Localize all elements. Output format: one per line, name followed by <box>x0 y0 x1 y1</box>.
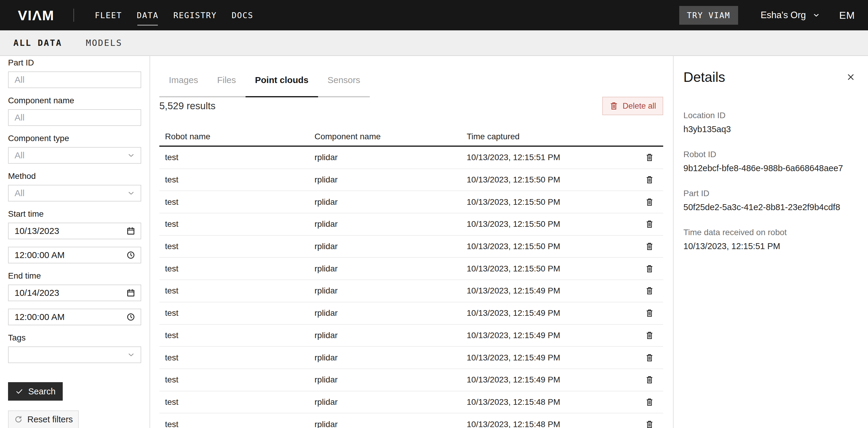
component-name-input[interactable]: All <box>8 109 141 126</box>
end-date-input[interactable]: 10/14/2023 <box>8 285 141 301</box>
delete-row-button[interactable] <box>645 353 654 363</box>
start-date-input[interactable]: 10/13/2023 <box>8 223 141 239</box>
table-row[interactable]: test rplidar 10/13/2023, 12:15:51 PM <box>159 147 663 169</box>
delete-row-button[interactable] <box>645 308 654 318</box>
close-details-button[interactable] <box>845 72 856 82</box>
trash-icon <box>645 242 654 251</box>
table-row[interactable]: test rplidar 10/13/2023, 12:15:49 PM <box>159 280 663 303</box>
method-select[interactable]: All <box>8 185 141 201</box>
filters-sidebar: Part ID All Component name All Component… <box>0 56 150 428</box>
filter-label-start-time: Start time <box>8 209 141 219</box>
trash-icon <box>645 308 654 318</box>
delete-row-button[interactable] <box>645 331 654 340</box>
trash-icon <box>645 219 654 229</box>
cell-component-name: rplidar <box>314 375 467 384</box>
tab-models[interactable]: MODELS <box>86 38 122 48</box>
table-row[interactable]: test rplidar 10/13/2023, 12:15:48 PM <box>159 391 663 414</box>
filter-label-component-name: Component name <box>8 96 141 105</box>
delete-row-button[interactable] <box>645 197 654 207</box>
cell-time-captured: 10/13/2023, 12:15:51 PM <box>467 153 645 162</box>
chevron-down-icon <box>127 189 135 197</box>
cell-component-name: rplidar <box>314 353 467 363</box>
cell-time-captured: 10/13/2023, 12:15:49 PM <box>467 308 645 318</box>
column-component-name: Component name <box>314 132 467 141</box>
delete-row-button[interactable] <box>645 219 654 229</box>
cell-component-name: rplidar <box>314 219 467 229</box>
data-view: Images Files Point clouds Sensors 5,529 … <box>150 56 673 428</box>
cell-component-name: rplidar <box>314 153 467 162</box>
viam-logo[interactable]: VIΛM <box>18 7 54 24</box>
cell-time-captured: 10/13/2023, 12:15:49 PM <box>467 331 645 340</box>
table-row[interactable]: test rplidar 10/13/2023, 12:15:49 PM <box>159 347 663 369</box>
calendar-icon[interactable] <box>126 288 135 297</box>
refresh-icon <box>14 415 23 424</box>
cell-time-captured: 10/13/2023, 12:15:49 PM <box>467 286 645 295</box>
org-switcher[interactable]: Esha's Org <box>761 10 820 21</box>
trash-icon <box>645 353 654 363</box>
trash-icon <box>645 153 654 162</box>
nav-item-data[interactable]: DATA <box>137 11 158 20</box>
delete-row-button[interactable] <box>645 264 654 274</box>
trash-icon <box>645 420 654 428</box>
trash-icon <box>645 375 654 384</box>
cell-component-name: rplidar <box>314 264 467 274</box>
details-header: Details <box>683 69 856 85</box>
end-time-input[interactable]: 12:00:00 AM <box>8 309 141 325</box>
search-button[interactable]: Search <box>8 382 63 401</box>
cell-component-name: rplidar <box>314 308 467 318</box>
trash-icon <box>645 331 654 340</box>
try-viam-button[interactable]: TRY VIAM <box>679 6 738 25</box>
delete-row-button[interactable] <box>645 286 654 295</box>
data-table: Robot name Component name Time captured … <box>159 115 663 428</box>
nav-item-fleet[interactable]: FLEET <box>95 11 122 20</box>
delete-row-button[interactable] <box>645 153 654 162</box>
user-avatar[interactable]: EM <box>839 9 855 21</box>
clock-icon[interactable] <box>126 313 135 321</box>
filter-label-end-time: End time <box>8 271 141 281</box>
close-icon <box>846 72 856 82</box>
filter-end-time: End time 10/14/2023 12:00:00 AM <box>8 271 141 325</box>
details-part-id: Part ID 50f25de2-5a3c-41e2-8b81-23e2f9b4… <box>683 189 856 212</box>
cell-time-captured: 10/13/2023, 12:15:50 PM <box>467 219 645 229</box>
delete-row-button[interactable] <box>645 375 654 384</box>
table-body: test rplidar 10/13/2023, 12:15:51 PM tes… <box>159 147 663 428</box>
tags-select[interactable] <box>8 346 141 363</box>
delete-row-button[interactable] <box>645 242 654 251</box>
table-row[interactable]: test rplidar 10/13/2023, 12:15:48 PM <box>159 413 663 428</box>
filter-label-component-type: Component type <box>8 134 141 143</box>
top-nav: VIΛM FLEET DATA REGISTRY DOCS TRY VIAM E… <box>0 0 868 30</box>
cell-robot-name: test <box>165 331 314 340</box>
cell-time-captured: 10/13/2023, 12:15:50 PM <box>467 197 645 207</box>
table-row[interactable]: test rplidar 10/13/2023, 12:15:49 PM <box>159 325 663 347</box>
cell-time-captured: 10/13/2023, 12:15:48 PM <box>467 397 645 407</box>
part-id-input[interactable]: All <box>8 72 141 88</box>
sub-nav: ALL DATA MODELS <box>0 30 868 56</box>
start-time-input[interactable]: 12:00:00 AM <box>8 247 141 263</box>
cell-robot-name: test <box>165 308 314 318</box>
table-row[interactable]: test rplidar 10/13/2023, 12:15:50 PM <box>159 213 663 236</box>
table-row[interactable]: test rplidar 10/13/2023, 12:15:49 PM <box>159 369 663 391</box>
tab-all-data[interactable]: ALL DATA <box>13 38 62 48</box>
delete-row-button[interactable] <box>645 397 654 407</box>
delete-all-button[interactable]: Delete all <box>602 97 663 115</box>
delete-row-button[interactable] <box>645 420 654 428</box>
column-robot-name: Robot name <box>165 132 314 141</box>
table-row[interactable]: test rplidar 10/13/2023, 12:15:50 PM <box>159 191 663 213</box>
tab-point-clouds[interactable]: Point clouds <box>246 64 318 97</box>
calendar-icon[interactable] <box>126 227 135 235</box>
cell-robot-name: test <box>165 397 314 407</box>
nav-item-docs[interactable]: DOCS <box>231 11 253 20</box>
tab-images[interactable]: Images <box>159 64 208 97</box>
reset-filters-button[interactable]: Reset filters <box>8 410 79 428</box>
table-row[interactable]: test rplidar 10/13/2023, 12:15:50 PM <box>159 258 663 280</box>
clock-icon[interactable] <box>126 251 135 260</box>
delete-row-button[interactable] <box>645 175 654 184</box>
nav-item-registry[interactable]: REGISTRY <box>173 11 217 20</box>
table-row[interactable]: test rplidar 10/13/2023, 12:15:50 PM <box>159 236 663 258</box>
table-row[interactable]: test rplidar 10/13/2023, 12:15:49 PM <box>159 303 663 325</box>
table-row[interactable]: test rplidar 10/13/2023, 12:15:50 PM <box>159 169 663 191</box>
tab-files[interactable]: Files <box>208 64 245 97</box>
chevron-down-icon <box>812 11 820 19</box>
component-type-select[interactable]: All <box>8 147 141 164</box>
tab-sensors[interactable]: Sensors <box>318 64 370 97</box>
